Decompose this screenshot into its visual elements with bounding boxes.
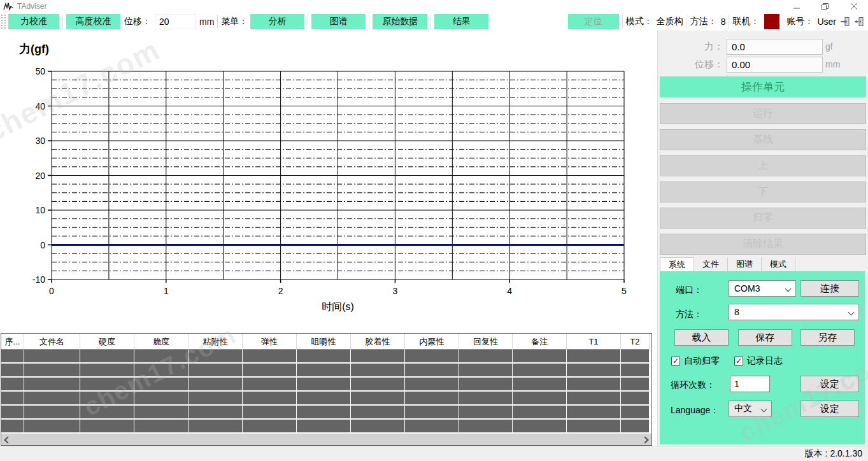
status-bar: 版本 : 2.0.1.30 — [0, 446, 868, 461]
table-row[interactable] — [1, 406, 651, 420]
table-header-filename[interactable]: 文件名 — [24, 334, 80, 350]
table-horizontal-scrollbar[interactable] — [1, 434, 651, 445]
table-header-cohesiveness[interactable]: 内聚性 — [405, 334, 459, 350]
auto-zero-checkbox[interactable]: ✓ — [671, 357, 680, 365]
zero-button[interactable]: 归零 — [660, 208, 866, 229]
table-row[interactable] — [1, 378, 651, 392]
table-header-resilience[interactable]: 回复性 — [459, 334, 513, 350]
table-cell — [567, 364, 621, 378]
table-header-springiness[interactable]: 弹性 — [243, 334, 297, 350]
table-cell — [621, 350, 650, 364]
login-icon[interactable] — [840, 17, 850, 27]
table-row[interactable] — [1, 392, 651, 406]
table-cell — [621, 364, 650, 378]
run-button[interactable]: 运行 — [660, 103, 866, 124]
minimize-button[interactable] — [782, 0, 811, 13]
table-header-gumminess[interactable]: 胶着性 — [351, 334, 405, 350]
operate-unit-button[interactable]: 操作单元 — [660, 76, 866, 97]
load-button[interactable]: 载入 — [674, 329, 729, 346]
table-cell — [24, 392, 80, 406]
svg-text:力(gf): 力(gf) — [18, 43, 49, 55]
separator — [369, 15, 369, 29]
close-button[interactable] — [839, 0, 868, 13]
displacement-readout-input[interactable] — [727, 57, 823, 73]
table-header-note[interactable]: 备注 — [513, 334, 567, 350]
locate-button[interactable]: 定位 — [568, 14, 619, 29]
table-header-adhesiveness[interactable]: 粘附性 — [189, 334, 243, 350]
table-header-hardness[interactable]: 硬度 — [80, 334, 134, 350]
force-readout-input[interactable] — [727, 39, 823, 55]
raw-data-button[interactable]: 原始数据 — [373, 14, 427, 29]
method-panel-label: 方法： — [676, 309, 702, 320]
control-sidebar: 力： gf 位移： mm 操作单元 运行基线上下归零清除结果 系统文件图谱模式 … — [657, 31, 868, 446]
tab-graph[interactable]: 图谱 — [728, 257, 762, 271]
table-header-fracturability[interactable]: 脆度 — [134, 334, 189, 350]
sidebar-tabs: 系统文件图谱模式 — [660, 257, 795, 271]
force-readout-label: 力： — [693, 41, 723, 53]
table-cell — [189, 378, 243, 392]
baseline-button[interactable]: 基线 — [660, 129, 866, 150]
table-cell — [567, 392, 621, 406]
scroll-left-arrow[interactable] — [1, 434, 14, 445]
port-label: 端口： — [676, 285, 702, 296]
displacement-unit: mm — [825, 59, 840, 69]
table-cell — [80, 350, 134, 364]
down-button[interactable]: 下 — [660, 181, 866, 202]
save-as-button[interactable]: 另存 — [800, 329, 855, 346]
up-button[interactable]: 上 — [660, 155, 866, 176]
table-cell — [80, 420, 134, 434]
svg-text:时间(s): 时间(s) — [322, 301, 354, 312]
table-header-t1[interactable]: T1 — [567, 334, 621, 350]
separator — [217, 15, 218, 29]
set-language-button[interactable]: 设定 — [800, 401, 859, 417]
restore-button[interactable] — [811, 0, 839, 13]
save-button[interactable]: 保存 — [738, 329, 792, 346]
table-cell — [24, 378, 80, 392]
svg-text:-10: -10 — [32, 274, 45, 285]
force-calibration-button[interactable]: 力校准 — [8, 14, 59, 29]
table-cell — [80, 378, 134, 392]
scroll-right-arrow[interactable] — [639, 434, 651, 445]
check-icon: ✓ — [672, 357, 679, 365]
log-checkbox[interactable]: ✓ — [734, 357, 743, 365]
toolbar-grip[interactable] — [1, 15, 6, 29]
table-cell — [189, 364, 243, 378]
logout-icon[interactable] — [854, 17, 864, 27]
port-select[interactable]: COM3 — [729, 280, 796, 297]
cycles-input[interactable] — [730, 376, 770, 392]
language-label: Language： — [671, 405, 719, 416]
table-cell — [351, 364, 405, 378]
analyze-button[interactable]: 分析 — [250, 14, 304, 29]
table-header-t2[interactable]: T2 — [621, 334, 650, 350]
svg-text:3: 3 — [393, 286, 398, 296]
table-row[interactable] — [1, 364, 651, 378]
displacement-input[interactable] — [155, 14, 196, 29]
table-cell — [189, 350, 243, 364]
set-cycles-button[interactable]: 设定 — [800, 376, 859, 392]
svg-text:0: 0 — [49, 286, 54, 296]
table-header-chewiness[interactable]: 咀嚼性 — [297, 334, 351, 350]
table-cell — [405, 364, 459, 378]
graph-button[interactable]: 图谱 — [311, 14, 366, 29]
method-select[interactable]: 8 — [729, 304, 859, 320]
table-row[interactable] — [1, 350, 651, 364]
app-logo-icon — [3, 2, 13, 11]
table-cell — [567, 378, 621, 392]
connect-button[interactable]: 连接 — [800, 280, 859, 297]
tab-file[interactable]: 文件 — [694, 257, 728, 271]
tab-system[interactable]: 系统 — [660, 257, 694, 271]
clear-results-button[interactable]: 清除结果 — [660, 234, 866, 255]
table-cell — [1, 392, 24, 406]
table-header-index[interactable]: 序... — [1, 334, 24, 350]
svg-text:4: 4 — [507, 286, 512, 296]
height-calibration-button[interactable]: 高度校准 — [66, 14, 120, 29]
tab-mode[interactable]: 模式 — [762, 257, 795, 271]
table-cell — [134, 378, 189, 392]
language-select[interactable]: 中文 — [729, 401, 772, 417]
table-cell — [351, 406, 405, 420]
svg-text:20: 20 — [35, 171, 45, 181]
table-row[interactable] — [1, 420, 651, 434]
method-panel-value: 8 — [734, 307, 739, 317]
results-button[interactable]: 结果 — [434, 14, 488, 29]
separator — [622, 15, 623, 29]
